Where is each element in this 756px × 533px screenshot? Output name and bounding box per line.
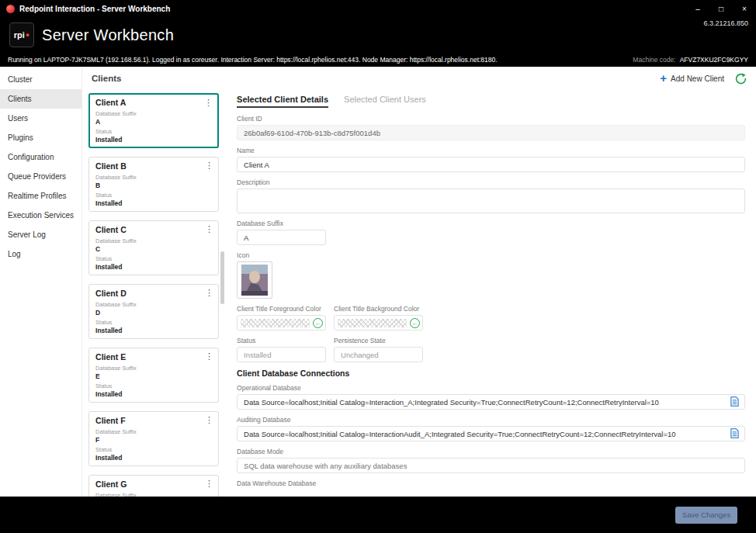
rpi-logo-dot-icon: ● [26, 31, 29, 39]
client-card-db-suffix-label: Database Suffix [95, 365, 212, 372]
description-input[interactable] [237, 189, 745, 213]
icon-label: Icon [237, 251, 745, 259]
client-card-db-suffix-label: Database Suffix [95, 429, 212, 435]
client-list: Client A ⋮ Database Suffix A Status Inst… [82, 90, 220, 497]
titlebar-left: Redpoint Interaction - Server Workbench [0, 5, 170, 13]
app-window: Redpoint Interaction - Server Workbench … [0, 0, 756, 533]
data-warehouse-db-label: Data Warehouse Database [237, 479, 745, 487]
sidebar-item-configuration[interactable]: Configuration [0, 147, 81, 167]
client-card[interactable]: Client A ⋮ Database Suffix A Status Inst… [88, 93, 219, 148]
client-card-status-value: Installed [95, 137, 212, 144]
operational-db-label: Operational Database [237, 384, 745, 392]
maximize-button[interactable]: □ [709, 0, 733, 17]
refresh-icon[interactable] [735, 73, 747, 85]
client-icon-preview[interactable] [237, 261, 272, 299]
client-card-status-label: Status [95, 447, 212, 453]
client-card-status-value: Installed [95, 264, 212, 271]
details-tabs: Selected Client DetailsSelected Client U… [237, 95, 745, 108]
client-card-db-suffix-value: C [95, 246, 212, 253]
sidebar-item-realtime-profiles[interactable]: Realtime Profiles [0, 186, 81, 206]
client-id-input[interactable] [237, 125, 745, 140]
database-mode-label: Database Mode [237, 448, 745, 455]
client-card[interactable]: Client B ⋮ Database Suffix B Status Inst… [88, 157, 219, 212]
fg-color-picker-icon[interactable]: ← [313, 318, 323, 328]
database-mode-input[interactable] [237, 458, 745, 473]
kebab-menu-icon[interactable]: ⋮ [205, 288, 213, 298]
auditing-db-field-group: Auditing Database [237, 416, 745, 441]
client-list-scrollbar[interactable] [220, 251, 224, 304]
status-label: Status [237, 337, 326, 344]
close-button[interactable]: × [733, 0, 756, 17]
client-card-db-suffix-value: D [95, 310, 212, 317]
status-row: Status Persistence State [237, 337, 745, 362]
status-bar: Running on LAPTOP-7JK7SML7 (192.168.56.1… [0, 53, 756, 67]
kebab-menu-icon[interactable]: ⋮ [204, 98, 213, 108]
fg-color-input[interactable]: ← [237, 315, 326, 331]
name-input[interactable] [237, 157, 745, 172]
icon-field-group: Icon [237, 251, 745, 299]
sidebar-item-execution-services[interactable]: Execution Services [0, 206, 81, 225]
client-card[interactable]: Client F ⋮ Database Suffix F Status Inst… [88, 411, 219, 466]
client-list-scrollbar-track [220, 90, 224, 497]
tab-selected-client-details[interactable]: Selected Client Details [237, 95, 328, 108]
client-id-field-group: Client ID [237, 115, 745, 140]
client-card[interactable]: Client D ⋮ Database Suffix D Status Inst… [88, 284, 219, 339]
sidebar-item-cluster[interactable]: Cluster [0, 70, 81, 89]
name-field-group: Name [237, 147, 745, 172]
status-input[interactable] [237, 347, 326, 362]
fg-color-swatch [241, 319, 310, 327]
name-label: Name [237, 147, 745, 154]
client-card[interactable]: Client E ⋮ Database Suffix E Status Inst… [88, 348, 219, 403]
minimize-button[interactable]: – [686, 0, 709, 17]
kebab-menu-icon[interactable]: ⋮ [205, 351, 213, 362]
client-card-name: Client A [95, 98, 212, 108]
client-card[interactable]: Client C ⋮ Database Suffix C Status Inst… [88, 220, 219, 275]
tab-selected-client-users[interactable]: Selected Client Users [344, 95, 426, 108]
bg-color-input[interactable]: ← [334, 315, 423, 331]
client-card-status-value: Installed [95, 455, 212, 462]
client-card-status-value: Installed [95, 200, 212, 207]
kebab-menu-icon[interactable]: ⋮ [205, 479, 213, 489]
client-card-db-suffix-label: Database Suffix [95, 111, 212, 117]
fg-color-field-group: Client Title Foreground Color ← [237, 305, 326, 331]
client-card-status-value: Installed [95, 391, 212, 398]
sidebar-item-server-log[interactable]: Server Log [0, 225, 81, 244]
save-changes-button[interactable]: Save Changes [675, 507, 737, 524]
client-details-panel: Selected Client DetailsSelected Client U… [224, 90, 756, 497]
operational-db-script-icon[interactable] [730, 396, 739, 407]
auditing-db-input[interactable] [237, 426, 745, 441]
bg-color-picker-icon[interactable]: ← [410, 318, 420, 328]
auditing-db-script-icon[interactable] [730, 428, 739, 438]
client-card-name: Client D [95, 289, 212, 299]
operational-db-input[interactable] [237, 394, 745, 410]
machine-code: Machine code:AFVZ7XKU2FC9KGYY [633, 56, 748, 64]
add-new-client-button[interactable]: + Add New Client [660, 74, 724, 83]
window-controls: – □ × [686, 0, 756, 17]
kebab-menu-icon[interactable]: ⋮ [205, 161, 213, 171]
kebab-menu-icon[interactable]: ⋮ [205, 415, 213, 425]
connection-status-text: Running on LAPTOP-7JK7SML7 (192.168.56.1… [8, 56, 498, 64]
rpi-logo-text: rpi [14, 30, 25, 40]
database-mode-field-group: Database Mode [237, 448, 745, 473]
sidebar-item-users[interactable]: Users [0, 109, 81, 128]
kebab-menu-icon[interactable]: ⋮ [205, 224, 213, 234]
sidebar-item-clients[interactable]: Clients [0, 89, 81, 109]
client-card-db-suffix-value: B [95, 182, 212, 189]
fg-color-label: Client Title Foreground Color [237, 305, 326, 313]
sidebar-item-plugins[interactable]: Plugins [0, 128, 81, 147]
title-colors-row: Client Title Foreground Color ← Client T… [237, 305, 745, 331]
client-card-db-suffix-value: F [95, 437, 212, 444]
database-suffix-input[interactable] [237, 230, 326, 245]
bg-color-label: Client Title Background Color [334, 305, 423, 313]
sidebar-item-log[interactable]: Log [0, 244, 81, 264]
client-card-db-suffix-label: Database Suffix [95, 175, 212, 181]
client-card[interactable]: Client G ⋮ Database Suffix G Status Inst… [88, 475, 219, 497]
titlebar: Redpoint Interaction - Server Workbench … [0, 0, 756, 17]
content-area: Clients + Add New Client Cl [82, 67, 756, 497]
client-card-status-label: Status [95, 129, 212, 135]
sidebar: ClusterClientsUsersPluginsConfigurationQ… [0, 67, 82, 497]
persistence-state-input[interactable] [334, 347, 423, 362]
sidebar-item-queue-providers[interactable]: Queue Providers [0, 167, 81, 186]
description-field-group: Description [237, 178, 745, 213]
client-card-status-label: Status [95, 320, 212, 326]
